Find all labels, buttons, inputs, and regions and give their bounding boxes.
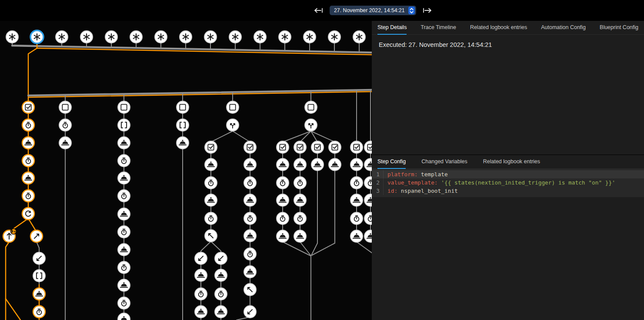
graph-node-checkbox-marked[interactable] bbox=[364, 141, 372, 153]
graph-node-timer[interactable] bbox=[350, 212, 363, 224]
graph-node-checkbox-blank[interactable] bbox=[118, 101, 130, 113]
graph-node-service-bell[interactable] bbox=[118, 172, 130, 184]
graph-node-service-bell[interactable] bbox=[195, 306, 207, 318]
graph-node-service-bell[interactable] bbox=[244, 230, 256, 242]
graph-node-timer[interactable] bbox=[205, 177, 217, 189]
graph-node-timer[interactable] bbox=[215, 288, 227, 300]
graph-node-asterisk[interactable] bbox=[80, 31, 93, 43]
graph-node-service-bell[interactable] bbox=[195, 269, 207, 281]
graph-node-arrow-top-left[interactable] bbox=[205, 230, 217, 242]
graph-node-service-bell[interactable] bbox=[364, 230, 372, 242]
graph-node-asterisk[interactable] bbox=[30, 30, 43, 43]
graph-node-timer[interactable] bbox=[364, 177, 372, 189]
graph-node-arrow-bottom-left[interactable] bbox=[33, 252, 45, 264]
tab-step-config[interactable]: Step Config bbox=[377, 155, 406, 169]
graph-node-service-bell[interactable] bbox=[329, 158, 341, 171]
graph-node-service-bell[interactable] bbox=[205, 194, 217, 206]
graph-node-code-brackets[interactable] bbox=[118, 119, 130, 131]
graph-node-asterisk[interactable] bbox=[6, 31, 18, 43]
graph-node-arrow-bottom-left[interactable] bbox=[215, 252, 227, 264]
tab-changed-variables[interactable]: Changed Variables bbox=[421, 155, 467, 169]
graph-node-service-bell[interactable] bbox=[59, 137, 71, 149]
graph-node-service-bell[interactable] bbox=[277, 230, 289, 242]
graph-node-service-bell[interactable] bbox=[244, 266, 256, 278]
graph-node-timer[interactable] bbox=[22, 190, 34, 202]
graph-node-service-bell[interactable] bbox=[364, 194, 372, 206]
graph-node-checkbox-marked[interactable] bbox=[22, 101, 34, 113]
graph-node-timer[interactable] bbox=[364, 212, 372, 224]
graph-node-timer[interactable] bbox=[118, 190, 130, 202]
graph-node-checkbox-blank[interactable] bbox=[59, 101, 71, 113]
graph-node-service-bell[interactable] bbox=[244, 158, 256, 171]
graph-node-code-brackets[interactable] bbox=[177, 119, 189, 131]
graph-node-checkbox-marked[interactable] bbox=[329, 141, 341, 153]
graph-node-timer[interactable] bbox=[118, 297, 130, 309]
graph-node-asterisk[interactable] bbox=[254, 31, 266, 43]
graph-node-service-bell[interactable] bbox=[118, 279, 130, 291]
graph-node-arrow-up[interactable]: 9+ bbox=[3, 229, 17, 243]
step-config-code[interactable]: 1platform: template2value_template: '{{ … bbox=[372, 169, 644, 197]
graph-node-service-bell[interactable] bbox=[33, 288, 45, 300]
previous-run-button[interactable] bbox=[313, 7, 324, 14]
graph-node-asterisk[interactable] bbox=[130, 31, 142, 43]
graph-node-timer[interactable] bbox=[118, 226, 130, 238]
tab-trace-timeline[interactable]: Trace Timeline bbox=[420, 21, 456, 35]
graph-node-service-bell[interactable] bbox=[215, 269, 227, 281]
graph-node-service-bell[interactable] bbox=[294, 230, 306, 242]
tab-related-logbook-entries[interactable]: Related logbook entries bbox=[483, 155, 540, 169]
graph-node-timer[interactable] bbox=[195, 288, 207, 300]
graph-node-service-bell[interactable] bbox=[311, 158, 324, 171]
graph-node-service-bell[interactable] bbox=[364, 158, 372, 171]
graph-node-checkbox-marked[interactable] bbox=[244, 141, 256, 153]
graph-node-arrow-top-right[interactable] bbox=[30, 230, 43, 242]
graph-node-service-bell[interactable] bbox=[350, 194, 363, 206]
graph-node-timer[interactable] bbox=[244, 248, 256, 260]
next-run-button[interactable] bbox=[421, 7, 433, 14]
graph-node-code-brackets[interactable] bbox=[33, 270, 45, 282]
graph-node-service-bell[interactable] bbox=[350, 158, 363, 171]
graph-node-service-bell[interactable] bbox=[177, 137, 189, 149]
graph-node-timer[interactable] bbox=[277, 177, 289, 189]
graph-node-checkbox-marked[interactable] bbox=[350, 141, 363, 153]
graph-node-service-bell[interactable] bbox=[277, 158, 289, 171]
graph-node-service-bell[interactable] bbox=[294, 158, 306, 171]
graph-node-timer[interactable] bbox=[22, 155, 34, 167]
graph-node-asterisk[interactable] bbox=[56, 31, 68, 43]
graph-node-service-bell[interactable] bbox=[244, 194, 256, 206]
graph-node-service-bell[interactable] bbox=[277, 194, 289, 206]
graph-node-asterisk[interactable] bbox=[105, 31, 117, 43]
tab-blueprint-config[interactable]: Blueprint Config bbox=[600, 21, 638, 35]
graph-node-timer[interactable] bbox=[118, 261, 130, 274]
graph-node-timer[interactable] bbox=[205, 212, 217, 224]
graph-node-checkbox-marked[interactable] bbox=[294, 141, 306, 153]
graph-node-timer[interactable] bbox=[294, 212, 306, 224]
graph-node-asterisk[interactable] bbox=[229, 31, 241, 43]
graph-node-service-bell[interactable] bbox=[118, 137, 130, 149]
graph-node-timer[interactable] bbox=[118, 155, 130, 167]
graph-node-asterisk[interactable] bbox=[279, 31, 291, 43]
graph-node-timer[interactable] bbox=[294, 177, 306, 189]
graph-node-checkbox-marked[interactable] bbox=[277, 141, 289, 153]
graph-node-service-bell[interactable] bbox=[350, 230, 363, 242]
graph-node-timer[interactable] bbox=[350, 177, 363, 189]
graph-node-timer[interactable] bbox=[22, 119, 34, 131]
graph-node-checkbox-marked[interactable] bbox=[311, 141, 324, 153]
graph-node-choose[interactable] bbox=[227, 119, 239, 131]
graph-node-service-bell[interactable] bbox=[22, 137, 34, 149]
graph-node-checkbox-blank[interactable] bbox=[177, 101, 189, 113]
graph-node-service-bell[interactable] bbox=[118, 313, 130, 320]
graph-node-service-bell[interactable] bbox=[205, 158, 217, 171]
graph-node-checkbox-blank[interactable] bbox=[227, 101, 239, 113]
graph-node-asterisk[interactable] bbox=[328, 31, 340, 43]
graph-node-service-bell[interactable] bbox=[294, 194, 306, 206]
graph-node-arrow-top-left[interactable] bbox=[244, 284, 256, 296]
graph-node-service-bell[interactable] bbox=[22, 172, 34, 184]
graph-node-asterisk[interactable] bbox=[304, 31, 316, 43]
graph-node-timer[interactable] bbox=[244, 177, 256, 189]
graph-node-service-bell[interactable] bbox=[118, 244, 130, 256]
graph-node-checkbox-blank[interactable] bbox=[305, 101, 317, 113]
graph-node-timer[interactable] bbox=[277, 212, 289, 224]
graph-node-asterisk[interactable] bbox=[353, 31, 365, 43]
graph-node-timer[interactable] bbox=[244, 212, 256, 224]
graph-node-timer[interactable] bbox=[59, 119, 71, 131]
